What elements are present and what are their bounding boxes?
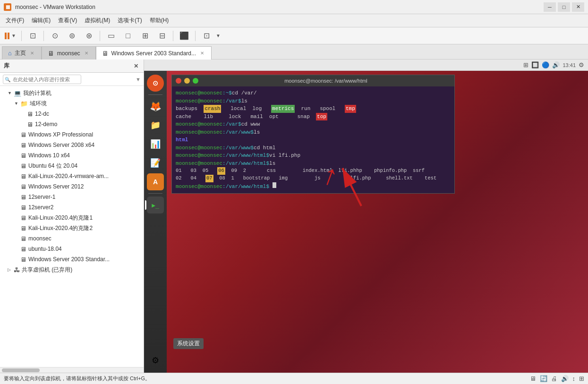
term-out-mail: mail — [250, 113, 263, 121]
status-vm-icon[interactable]: 🖥 — [530, 375, 536, 382]
unity-button[interactable]: ⊞ — [137, 29, 153, 43]
sidebar-item-12dc[interactable]: 🖥 12-dc — [0, 109, 144, 119]
status-print-icon[interactable]: 🖨 — [551, 375, 557, 382]
term-line-13: moonsec@moonsec:/var/www/html$ — [176, 182, 451, 191]
maximize-button[interactable]: □ — [558, 2, 570, 12]
app-icon: ▦ — [4, 3, 11, 11]
minimize-button[interactable]: ─ — [544, 2, 556, 12]
sidebar-item-12server1[interactable]: 🖥 12server-1 — [0, 192, 144, 202]
sidebar-label-kali-clone2: Kali-Linux-2020.4的克隆2 — [28, 224, 93, 232]
full-screen-button[interactable]: □ — [120, 29, 136, 43]
settings-icon: ⚙ — [152, 355, 159, 366]
status-sound-icon[interactable]: 🔊 — [561, 375, 569, 382]
vm-topbar-icon-sound[interactable]: 🔊 — [552, 61, 560, 68]
sidebar-item-12server2[interactable]: 🖥 12server2 — [0, 202, 144, 213]
terminal-maximize-btn[interactable] — [193, 78, 198, 84]
sidebar-item-shared[interactable]: ▷ 🖧 共享虚拟机 (已弃用) — [0, 265, 144, 275]
taskbar-ubuntu-logo[interactable]: ⊙ — [147, 75, 164, 92]
status-grid-icon[interactable]: ⊞ — [579, 375, 584, 382]
terminal-body[interactable]: moonsec@moonsec:~$ cd /var/ moonsec@moon… — [172, 86, 454, 193]
sidebar-close-button[interactable]: ✕ — [132, 62, 140, 70]
sidebar-item-kali-vm[interactable]: 🖥 Kali-Linux-2020.4-vmware-am... — [0, 171, 144, 181]
tab-home-close[interactable]: ✕ — [29, 50, 35, 57]
tab-moonsec[interactable]: 🖥 moonsec ✕ — [42, 46, 96, 60]
menu-tab[interactable]: 选项卡(T) — [114, 15, 145, 26]
stretch-button[interactable]: ⊡ — [199, 29, 214, 43]
term-line-1: moonsec@moonsec:~$ cd /var/ — [176, 89, 451, 97]
taskbar-firefox[interactable]: 🦊 — [147, 98, 164, 115]
sidebar-item-win2012[interactable]: 🖥 Windows Server 2012 — [0, 181, 144, 192]
menu-vm[interactable]: 虚拟机(M) — [81, 15, 114, 26]
close-button[interactable]: ✕ — [572, 2, 584, 12]
settings-tooltip-label: 系统设置 — [173, 338, 204, 349]
search-dropdown-icon[interactable]: ▼ — [136, 77, 141, 82]
menu-edit[interactable]: 编辑(E) — [28, 15, 54, 26]
taskbar-settings[interactable]: ⚙ 系统设置 — [147, 352, 164, 369]
term-prompt-path-13: :/var/www/html$ — [222, 183, 269, 191]
sidebar-item-ubuntu20[interactable]: 🖥 Ubuntu 64 位 20.04 — [0, 161, 144, 171]
sidebar-label-ubuntu18: ubuntu-18.04 — [28, 246, 62, 252]
sidebar-item-12demo[interactable]: 🖥 12-demo — [0, 119, 144, 129]
search-input[interactable] — [3, 75, 81, 84]
vm-icon-win2008: 🖥 — [20, 142, 26, 149]
taskbar-terminal[interactable]: ▶_ — [147, 196, 164, 213]
tree-arrow-my-computer: ▼ — [8, 91, 12, 95]
terminal-minimize-btn[interactable] — [184, 78, 190, 84]
vm-topbar-icon-keyboard[interactable]: ⊞ — [523, 61, 528, 68]
taskbar-amazon[interactable]: A — [147, 173, 164, 190]
console-button[interactable]: ⬛ — [177, 29, 192, 43]
taskbar-spreadsheet[interactable]: 📊 — [147, 136, 164, 153]
tab-win2003-close[interactable]: ✕ — [199, 50, 205, 57]
status-right-icons: 🖥 🔄 🖨 🔊 ↕ ⊞ — [530, 375, 585, 382]
sidebar-item-kali-clone2[interactable]: 🖥 Kali-Linux-2020.4的克隆2 — [0, 223, 144, 233]
sidebar-item-kali-clone1[interactable]: 🖥 Kali-Linux-2020.4的克隆1 — [0, 213, 144, 223]
sidebar-item-ubuntu18[interactable]: 🖥 ubuntu-18.04 — [0, 244, 144, 254]
sidebar-title: 库 — [4, 62, 9, 70]
resume-button[interactable]: ⊚ — [64, 29, 79, 43]
title-bar-text: moonsec - VMware Workstation — [15, 4, 544, 10]
term-out-img: img — [279, 175, 288, 182]
snapshot-button[interactable]: ⊡ — [25, 29, 40, 43]
fit-button[interactable]: ▭ — [103, 29, 119, 43]
terminal-window[interactable]: moonsec@moonsec: /var/www/html moonsec@m… — [171, 75, 455, 194]
term-out-crash: crash — [204, 105, 221, 113]
status-resize-icon[interactable]: ↕ — [572, 375, 576, 382]
taskbar-files[interactable]: 📁 — [147, 117, 164, 134]
sidebar-item-win2003std[interactable]: 🖥 Windows Server 2003 Standar... — [0, 254, 144, 265]
status-refresh-icon[interactable]: 🔄 — [540, 375, 547, 382]
term-out-backups: backups — [176, 105, 197, 113]
taskbar-text-editor[interactable]: 📝 — [147, 154, 164, 171]
sidebar-item-domain[interactable]: ▼ 📁 域环境 — [0, 98, 144, 109]
disconnect-button[interactable]: ⊟ — [154, 29, 170, 43]
menu-help[interactable]: 帮助(H) — [146, 15, 173, 26]
red-arrow-svg — [333, 163, 371, 211]
vm-topbar-icon-bluetooth[interactable]: 🔵 — [542, 61, 549, 68]
sidebar-label-moonsec: moonsec — [28, 235, 51, 242]
sidebar-item-win2008[interactable]: 🖥 Windows Server 2008 x64 — [0, 140, 144, 150]
vm-topbar-icon-settings[interactable]: ⚙ — [579, 61, 584, 68]
sidebar-item-win10[interactable]: 🖥 Windows 10 x64 — [0, 150, 144, 161]
tab-win2003[interactable]: 🖥 Windows Server 2003 Standard... ✕ — [96, 46, 212, 60]
power-button[interactable]: ⊛ — [81, 29, 96, 43]
sidebar-label-win2003std: Windows Server 2003 Standar... — [28, 256, 110, 263]
tab-moonsec-close[interactable]: ✕ — [83, 50, 90, 57]
tab-home[interactable]: ⌂ 主页 ✕ — [2, 46, 42, 60]
pause-button[interactable]: ▼ — [3, 29, 18, 43]
term-out-09: 09 — [231, 167, 237, 175]
suspend-button[interactable]: ⊙ — [47, 29, 62, 43]
menu-view[interactable]: 查看(V) — [54, 15, 81, 26]
content-area[interactable]: ⊞ 🔲 🔵 🔊 13:41 ⚙ ⊙ 🦊 📁 📊 📝 — [144, 60, 588, 373]
term-line-2: moonsec@moonsec:/var$ ls — [176, 97, 451, 105]
sidebar-scrollbar-x[interactable] — [0, 367, 144, 373]
term-prompt-user-10: moonsec@moonsec — [176, 160, 222, 168]
sidebar-item-my-computer[interactable]: ▼ 💻 我的计算机 — [0, 88, 144, 98]
term-out-html-dir: html — [176, 136, 188, 144]
menu-file[interactable]: 文件(F) — [2, 15, 28, 26]
sidebar-label-12server1: 12server-1 — [28, 194, 55, 200]
taskbar-divider-1 — [148, 94, 162, 95]
terminal-close-btn[interactable] — [176, 78, 181, 84]
vm-topbar-icon-network[interactable]: 🔲 — [531, 61, 539, 68]
vm-icon-ubuntu20: 🖥 — [20, 162, 26, 170]
sidebar-item-winxp[interactable]: 🖥 Windows XP Professional — [0, 129, 144, 140]
sidebar-item-moonsec[interactable]: 🖥 moonsec — [0, 233, 144, 244]
